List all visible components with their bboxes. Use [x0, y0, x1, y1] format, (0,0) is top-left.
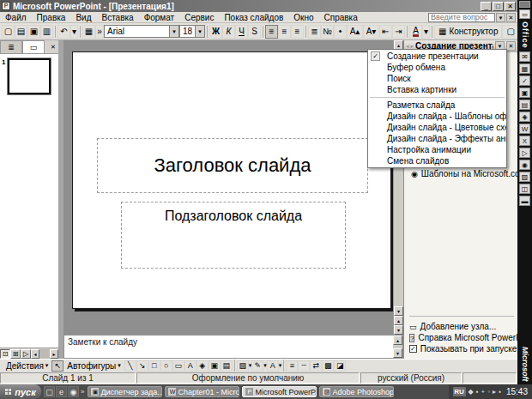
copy-button[interactable]: ▣	[27, 25, 40, 39]
minimize-button[interactable]: _	[481, 2, 492, 11]
line-style-button[interactable]: ≡	[286, 360, 298, 372]
menu-item-clipboard[interactable]: Буфер обмена	[368, 62, 506, 73]
scroll-down-icon[interactable]: ▾	[394, 306, 403, 316]
new-slide-button[interactable]: ▢ Создать слайд	[502, 25, 517, 39]
ask-question-input[interactable]	[428, 13, 495, 22]
font-size-combo[interactable]: 18 ▾	[179, 25, 205, 38]
quick-launch-more-icon[interactable]: »	[80, 388, 85, 396]
menu-item-color-schemes[interactable]: Дизайн слайда - Цветовые схемы	[368, 122, 506, 133]
shadow-style-button[interactable]: ▩	[322, 360, 334, 372]
help-link[interactable]: ? Справка Microsoft PowerPoint	[409, 332, 514, 343]
notes-scroll-down-icon[interactable]: ▾	[393, 348, 402, 358]
dash-style-button[interactable]: ┄	[298, 360, 310, 372]
insert-table-button[interactable]: ▦	[82, 25, 95, 39]
slideshow-view-button[interactable]: ▷	[21, 349, 31, 359]
photo-editor-icon[interactable]: ▨	[519, 172, 530, 182]
toolbar-more-icon[interactable]: »	[95, 25, 104, 39]
menu-view[interactable]: Вид	[70, 12, 96, 23]
diagram-button[interactable]: ◈	[196, 360, 209, 372]
powerpoint-shortcut-icon[interactable]: ▷	[519, 148, 530, 158]
internet-explorer-icon[interactable]: e	[56, 386, 67, 397]
journal-icon[interactable]: ◈	[519, 112, 530, 122]
select-pointer-button[interactable]: ↖	[51, 360, 63, 372]
horizontal-scrollbar[interactable]	[39, 349, 50, 359]
clipart-button[interactable]: ▣	[209, 360, 221, 372]
frontpage-icon[interactable]: ◫	[519, 184, 530, 194]
textbox-button[interactable]: ▭	[172, 360, 184, 372]
taskbar-task-manager[interactable]: ▣ Диспетчер зада...	[88, 386, 162, 397]
3d-style-button[interactable]: ◪	[334, 360, 346, 372]
calendar-icon[interactable]: ▦	[519, 63, 530, 74]
media-player-icon[interactable]: ◉	[68, 386, 79, 397]
taskbar-powerpoint[interactable]: P Microsoft PowerP...	[242, 386, 317, 397]
status-language[interactable]: русский (Россия)	[360, 372, 462, 384]
actions-menu[interactable]: Действия▾	[3, 361, 51, 371]
slide-title-placeholder[interactable]: Заголовок слайда	[97, 138, 368, 193]
notes-scroll-up-icon[interactable]: ▴	[393, 336, 402, 345]
font-name-combo[interactable]: Arial ▾	[104, 25, 179, 38]
startup-checkbox[interactable]: ✓	[409, 345, 417, 353]
line-spacing-button[interactable]: ≣	[308, 25, 321, 39]
decrease-font-button[interactable]: A▾	[363, 25, 379, 39]
fill-color-button[interactable]: ▨	[237, 360, 249, 372]
scroll-left-icon[interactable]: ◂	[31, 349, 39, 359]
menu-item-search[interactable]: Поиск	[368, 73, 506, 84]
menu-item-animation-schemes[interactable]: Дизайн слайда - Эффекты анимации	[368, 133, 506, 144]
undo-dropdown-icon[interactable]: ▾	[70, 25, 78, 39]
next-slide-button[interactable]: ▾	[394, 325, 403, 335]
undo-button[interactable]: ↶	[57, 25, 70, 39]
menu-item-insert-clipart[interactable]: Вставка картинки	[368, 84, 506, 95]
office-folder-icon[interactable]: ▭	[519, 9, 530, 19]
line-color-button[interactable]: ✎	[251, 360, 263, 372]
menu-edit[interactable]: Правка	[32, 12, 71, 23]
paste-button[interactable]: ▥	[40, 25, 53, 39]
menu-item-slide-transition[interactable]: Смена слайдов	[368, 155, 506, 166]
picture-button[interactable]: ▤	[221, 360, 233, 372]
word-icon[interactable]: W	[519, 124, 530, 134]
access-icon[interactable]: ▬	[519, 196, 530, 206]
font-color-dropdown-icon-2[interactable]: ▾	[279, 362, 282, 369]
arrow-button[interactable]: ↘	[136, 360, 148, 372]
menu-insert[interactable]: Вставка	[96, 12, 138, 23]
show-desktop-icon[interactable]: ▢	[44, 386, 55, 397]
start-button[interactable]: пуск	[0, 384, 41, 399]
menu-item-design-templates[interactable]: Дизайн слайда - Шаблоны оформления	[368, 111, 506, 122]
tray-icon-5[interactable]: ▸	[493, 388, 496, 396]
slide-canvas[interactable]: Заголовок слайда Подзаголовок слайда	[72, 51, 391, 309]
arrow-style-button[interactable]: ⇄	[310, 360, 322, 372]
excel-icon[interactable]: X	[519, 136, 530, 146]
decrease-indent-button[interactable]: ⇤	[379, 25, 392, 39]
font-size-dropdown-icon[interactable]: ▾	[195, 26, 204, 37]
normal-view-button[interactable]: ⊡	[0, 349, 10, 359]
menu-item-new-presentation[interactable]: ✓ Создание презентации	[368, 51, 506, 62]
align-right-button[interactable]: ≡	[291, 25, 304, 39]
menu-format[interactable]: Формат	[139, 12, 180, 23]
language-indicator[interactable]: RU	[453, 387, 466, 396]
line-button[interactable]: ╲	[124, 360, 136, 372]
add-node-link[interactable]: ▭ Добавление узла...	[409, 321, 514, 332]
tray-icon-1[interactable]: ◆	[469, 388, 474, 396]
menu-item-custom-animation[interactable]: Настройка анимации	[368, 144, 506, 155]
font-color-button[interactable]: A	[409, 25, 422, 39]
tray-icon-6[interactable]: ▪	[499, 388, 501, 396]
italic-button[interactable]: К	[222, 25, 235, 39]
menu-help[interactable]: Справка	[319, 12, 363, 23]
print-button[interactable]: ▤	[15, 25, 27, 39]
increase-font-button[interactable]: A▴	[347, 25, 363, 39]
menubar-close-icon[interactable]: ✕	[506, 13, 516, 22]
shadow-button[interactable]: S	[248, 25, 261, 39]
oval-button[interactable]: ○	[160, 360, 172, 372]
taskbar-word-document[interactable]: W Chapter01 - Micro...	[165, 386, 239, 397]
slide-subtitle-placeholder[interactable]: Подзаголовок слайда	[121, 202, 346, 269]
underline-button[interactable]: Ч	[235, 25, 248, 39]
tray-icon-4[interactable]: ◦	[487, 388, 490, 396]
task-pane-close-icon[interactable]: ✕	[506, 41, 516, 51]
tray-icon-3[interactable]: +	[481, 388, 486, 396]
menu-tools[interactable]: Сервис	[179, 12, 219, 23]
previous-slide-button[interactable]: ▴	[394, 316, 403, 325]
notes-scrollbar[interactable]: ▴ ▾	[393, 336, 402, 358]
show-at-startup-option[interactable]: ✓ Показывать при запуске	[409, 343, 514, 354]
align-left-button[interactable]: ≡	[265, 25, 278, 39]
align-center-button[interactable]: ≡	[278, 25, 291, 39]
office-bar-handle[interactable]	[519, 1, 530, 8]
